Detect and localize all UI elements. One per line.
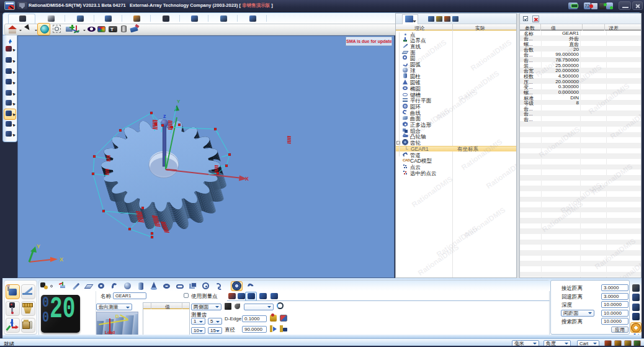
svg-text:X: X	[60, 256, 63, 263]
svg-text:z: z	[163, 113, 166, 119]
svg-text:Y: Y	[177, 99, 181, 104]
svg-text:X: X	[245, 176, 249, 182]
svg-text:Y: Y	[37, 243, 40, 250]
